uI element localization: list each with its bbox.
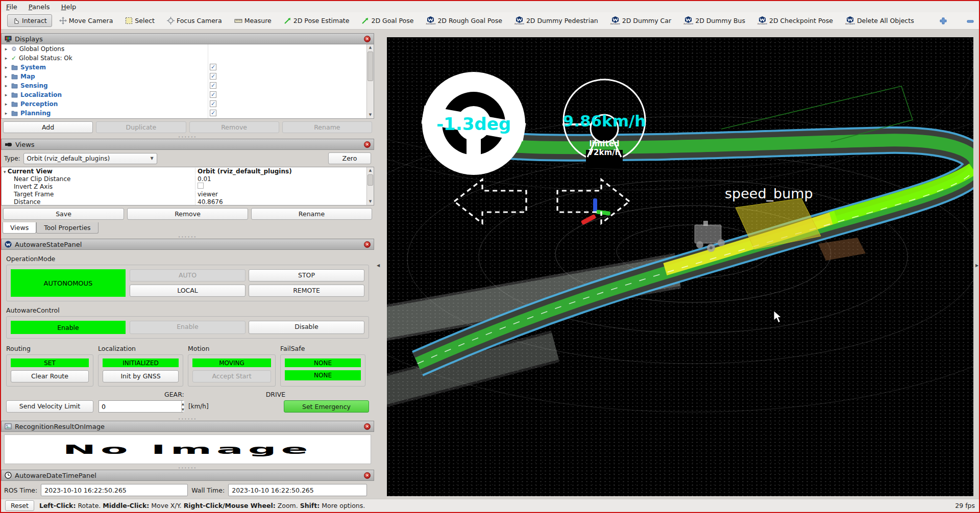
send-velocity-limit-button[interactable]: Send Velocity Limit — [6, 400, 93, 413]
tab-tool-properties[interactable]: Tool Properties — [36, 222, 98, 234]
remove-tool-button[interactable] — [961, 15, 979, 27]
property-row-current-view[interactable]: ▾ Current View Orbit (rviz_default_plugi… — [2, 167, 374, 175]
remove-view-button[interactable]: Remove — [127, 208, 248, 220]
expander-icon[interactable]: ▸ — [4, 101, 9, 107]
state-panel-titlebar[interactable]: AutowareStatePanel ✕ — [1, 239, 374, 250]
tool-focus-camera-button[interactable]: Focus Camera — [162, 14, 227, 27]
menu-file[interactable]: File — [6, 3, 17, 11]
display-checkbox[interactable]: ✓ — [210, 100, 216, 107]
init-by-gnss-button[interactable]: Init by GNSS — [103, 370, 179, 382]
close-icon[interactable]: ✕ — [364, 423, 371, 430]
collapse-left-icon[interactable]: ◀ — [377, 263, 380, 268]
property-row-target-frame[interactable]: Target Frame viewer — [2, 190, 374, 198]
expander-icon[interactable]: ▸ — [4, 46, 9, 52]
tool-measure-button[interactable]: Measure — [229, 14, 277, 27]
disable-button[interactable]: Disable — [249, 321, 364, 334]
scrollbar-thumb[interactable] — [368, 174, 373, 186]
rename-view-button[interactable]: Rename — [251, 208, 372, 220]
property-row-invert-z[interactable]: Invert Z Axis — [2, 183, 374, 190]
close-icon[interactable]: ✕ — [364, 141, 371, 148]
expander-icon[interactable]: ▸ — [4, 92, 9, 97]
expander-icon[interactable]: ▸ — [4, 74, 9, 79]
ros-time-field[interactable]: 2023-10-10 16:22:50.265 — [41, 484, 188, 496]
remote-button[interactable]: REMOTE — [249, 285, 364, 297]
tree-row-global-status[interactable]: ▸ ✓ Global Status: Ok — [2, 54, 374, 63]
scroll-down-icon[interactable]: ▼ — [367, 112, 374, 118]
velocity-spinbox[interactable]: ▲▼ — [99, 400, 183, 413]
tool-2d-checkpoint-pose-button[interactable]: Autoware 2D Checkpoint Pose — [752, 14, 838, 28]
tree-row-perception[interactable]: ▸ Perception ✓ — [2, 99, 374, 109]
add-tool-button[interactable] — [935, 15, 952, 27]
view-type-dropdown[interactable]: Orbit (rviz_default_plugins) ▼ — [23, 153, 157, 164]
expander-icon[interactable]: ▸ — [4, 111, 9, 116]
views-scrollbar[interactable]: ▲ ▼ — [366, 167, 374, 205]
main-splitter[interactable]: ◀ — [374, 30, 387, 499]
display-checkbox[interactable]: ✓ — [210, 110, 216, 116]
expander-open-icon[interactable]: ▾ — [4, 169, 8, 174]
tree-row-system[interactable]: ▸ System ✓ — [2, 63, 374, 72]
spin-up-icon[interactable]: ▲ — [182, 401, 184, 406]
datetime-panel-titlebar[interactable]: AutowareDateTimePanel ✕ — [1, 470, 374, 481]
enable-button[interactable]: Enable — [130, 321, 246, 334]
close-icon[interactable]: ✕ — [364, 241, 371, 248]
tool-2d-dummy-pedestrian-button[interactable]: Autoware 2D Dummy Pedestrian — [509, 14, 603, 28]
spinner-arrows[interactable]: ▲▼ — [181, 401, 184, 412]
accept-start-button[interactable]: Accept Start — [192, 370, 271, 382]
tab-views[interactable]: Views — [3, 222, 36, 234]
duplicate-button[interactable]: Duplicate — [96, 121, 186, 133]
property-row-near-clip[interactable]: Near Clip Distance 0.01 — [2, 175, 374, 183]
rename-button[interactable]: Rename — [282, 121, 372, 133]
recognition-panel-titlebar[interactable]: RecognitionResultOnImage ✕ — [1, 421, 374, 432]
tree-row-sensing[interactable]: ▸ Sensing ✓ — [2, 81, 374, 90]
property-row-distance[interactable]: Distance 40.8676 — [2, 198, 374, 206]
menu-panels[interactable]: Panels — [29, 3, 50, 11]
tool-2d-dummy-bus-button[interactable]: Autoware 2D Dummy Bus — [678, 14, 750, 28]
tool-delete-all-objects-button[interactable]: Autoware Delete All Objects — [840, 14, 919, 28]
tool-move-camera-button[interactable]: Move Camera — [54, 14, 118, 27]
close-icon[interactable]: ✕ — [364, 472, 371, 479]
spin-down-icon[interactable]: ▼ — [182, 406, 184, 412]
display-checkbox[interactable]: ✓ — [210, 91, 216, 98]
expander-icon[interactable]: ▸ — [4, 83, 9, 88]
displays-scrollbar[interactable]: ▲ ▼ — [366, 44, 374, 118]
reset-button[interactable]: Reset — [5, 500, 34, 511]
clear-route-button[interactable]: Clear Route — [11, 370, 89, 382]
display-checkbox[interactable]: ✓ — [210, 73, 216, 80]
tree-row-planning[interactable]: ▸ Planning ✓ — [2, 109, 374, 118]
remove-button[interactable]: Remove — [189, 121, 279, 133]
tool-2d-pose-estimate-button[interactable]: 2D Pose Estimate — [279, 14, 355, 27]
tool-interact-button[interactable]: Interact — [7, 14, 52, 27]
velocity-input[interactable] — [99, 401, 181, 412]
scrollbar-thumb[interactable] — [368, 52, 373, 81]
tool-2d-dummy-car-button[interactable]: Autoware 2D Dummy Car — [605, 14, 676, 28]
auto-button[interactable]: AUTO — [130, 269, 246, 281]
wall-time-field[interactable]: 2023-10-10 16:22:50.265 — [228, 484, 367, 496]
scroll-up-icon[interactable]: ▲ — [367, 44, 374, 51]
displays-panel-titlebar[interactable]: Displays ✕ — [1, 33, 374, 44]
scroll-up-icon[interactable]: ▲ — [367, 167, 374, 174]
menu-help[interactable]: Help — [61, 3, 77, 11]
render-viewport[interactable]: -1.3deg 9.86km/h limited 72km/h speed_bu… — [387, 37, 973, 496]
tree-row-map[interactable]: ▸ Map ✓ — [2, 72, 374, 81]
display-checkbox[interactable]: ✓ — [210, 82, 216, 89]
views-panel-titlebar[interactable]: Views ✕ — [1, 139, 374, 150]
close-icon[interactable]: ✕ — [364, 36, 371, 42]
save-button[interactable]: Save — [3, 208, 124, 220]
invert-z-checkbox[interactable] — [198, 183, 204, 189]
tree-row-localization[interactable]: ▸ Localization ✓ — [2, 90, 374, 99]
scroll-down-icon[interactable]: ▼ — [367, 198, 374, 205]
zero-button[interactable]: Zero — [328, 152, 371, 164]
expander-icon[interactable]: ▸ — [4, 65, 9, 70]
stop-button[interactable]: STOP — [249, 269, 364, 281]
tool-2d-rough-goal-pose-button[interactable]: Autoware 2D Rough Goal Pose — [421, 14, 507, 28]
set-emergency-button[interactable]: Set Emergency — [284, 400, 369, 413]
local-button[interactable]: LOCAL — [130, 285, 246, 297]
collapse-right-icon[interactable]: ▶ — [975, 263, 978, 268]
tool-select-button[interactable]: Select — [120, 14, 160, 27]
right-collapse-strip[interactable]: ▶ — [973, 30, 979, 499]
tree-row-global-options[interactable]: ▸ ⚙ Global Options — [2, 44, 374, 54]
tool-2d-goal-pose-button[interactable]: 2D Goal Pose — [356, 14, 419, 27]
expander-icon[interactable]: ▸ — [4, 56, 9, 61]
display-checkbox[interactable]: ✓ — [210, 64, 216, 70]
add-button[interactable]: Add — [3, 121, 93, 133]
